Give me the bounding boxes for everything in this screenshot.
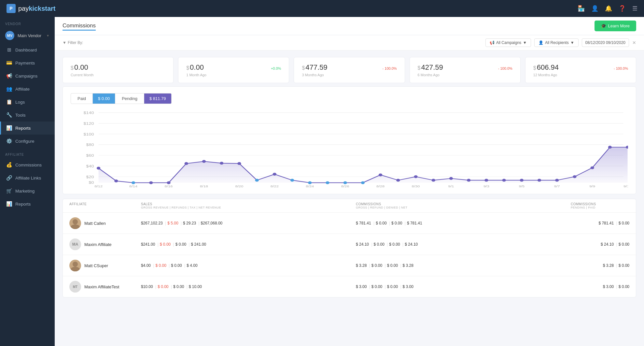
svg-point-44 bbox=[590, 166, 594, 169]
sidebar-item-payments[interactable]: 💳 Payments bbox=[0, 56, 55, 69]
stat-amount-current: $0.00 bbox=[71, 63, 88, 72]
date-range[interactable]: 08/12/2020 09/10/2020 bbox=[582, 38, 629, 47]
svg-point-31 bbox=[361, 181, 365, 184]
pending-tab[interactable]: Pending bbox=[115, 93, 144, 104]
col-commissions: COMMISSIONS GROSS | REFUND | DENIED | NE… bbox=[356, 202, 571, 209]
svg-point-35 bbox=[432, 179, 435, 182]
commissions-icon: 💰 bbox=[6, 162, 12, 168]
logo-pay: paykickstart bbox=[18, 5, 56, 12]
svg-text:8/20: 8/20 bbox=[235, 184, 243, 187]
stat-card-1month: $0.00 +0.0% 1 Month Ago bbox=[178, 57, 289, 83]
marketing-icon: 🛒 bbox=[6, 188, 12, 194]
tools-icon: 🔧 bbox=[6, 112, 12, 118]
nav-icons: 🏪 👤 🔔 ❓ ☰ bbox=[578, 5, 637, 12]
vendor-name: Main Vendor bbox=[18, 33, 43, 38]
svg-point-18 bbox=[132, 181, 135, 184]
page-title: Commissions bbox=[63, 22, 96, 31]
payments-icon: 💳 bbox=[6, 60, 12, 66]
affiliate-links-icon: 🔗 bbox=[6, 175, 12, 181]
svg-text:$0: $0 bbox=[89, 181, 94, 185]
help-icon[interactable]: ❓ bbox=[619, 5, 626, 12]
svg-text:$60: $60 bbox=[86, 154, 94, 158]
stat-change-3months: - 100.0% bbox=[383, 66, 397, 70]
sidebar-item-affiliate[interactable]: 👥 Affiliate bbox=[0, 82, 55, 95]
svg-point-21 bbox=[185, 162, 188, 165]
sidebar-item-marketing[interactable]: 🛒 Marketing bbox=[0, 184, 55, 197]
stat-change-1month: +0.0% bbox=[271, 66, 281, 70]
main-content: Commissions 🎓 Learn More ▼ Filter By: 📢 … bbox=[55, 17, 644, 346]
affiliate-cell-maxim-affiliatetest: MT Maxim AffiliateTest bbox=[69, 281, 141, 293]
svg-point-27 bbox=[290, 179, 294, 182]
col-sales: SALES GROSS REVENUE | REFUNDS | TAX | NE… bbox=[141, 202, 356, 209]
top-nav: P paykickstart 🏪 👤 🔔 ❓ ☰ bbox=[0, 0, 644, 17]
svg-text:$80: $80 bbox=[86, 143, 94, 147]
svg-text:9/1: 9/1 bbox=[448, 184, 454, 187]
table-row: Matt Callen $267,102.23 |$ 5.00 |$ 29.23… bbox=[63, 213, 636, 234]
affiliate-name-matt-callen: Matt Callen bbox=[84, 221, 106, 226]
svg-text:9/3: 9/3 bbox=[483, 184, 489, 187]
svg-text:8/16: 8/16 bbox=[165, 184, 173, 187]
filter-bar-right: 📢 All Campaigns ▼ 👤 All Recipients ▼ 08/… bbox=[485, 38, 636, 47]
svg-text:8/30: 8/30 bbox=[412, 184, 420, 187]
affiliate-cell-matt-csuper: Matt CSuper bbox=[69, 260, 141, 271]
stat-change-12months: - 100.0% bbox=[614, 66, 628, 70]
svg-point-64 bbox=[71, 224, 80, 229]
vendor-item[interactable]: MV Main Vendor ▼ bbox=[0, 28, 55, 43]
sidebar-item-affiliate-reports[interactable]: 📊 Reports bbox=[0, 197, 55, 210]
svg-point-20 bbox=[167, 181, 170, 184]
svg-point-38 bbox=[484, 179, 488, 182]
sidebar-item-tools[interactable]: 🔧 Tools bbox=[0, 108, 55, 122]
paid-value[interactable]: $ 0.00 bbox=[93, 93, 115, 104]
stat-change-6months: - 100.0% bbox=[498, 66, 512, 70]
col-affiliate: AFFILIATE bbox=[69, 202, 141, 209]
chart-tabs: Paid $ 0.00 Pending $ 811.79 bbox=[71, 93, 628, 104]
megaphone-icon: 📢 bbox=[490, 40, 495, 45]
sidebar-item-logs[interactable]: 📋 Logs bbox=[0, 95, 55, 108]
sidebar-item-dashboard[interactable]: ⊞ Dashboard bbox=[0, 43, 55, 56]
stat-label-current: Current Month bbox=[71, 73, 165, 77]
paid-tab[interactable]: Paid bbox=[71, 93, 93, 104]
campaigns-filter-btn[interactable]: 📢 All Campaigns ▼ bbox=[485, 38, 531, 47]
svg-point-66 bbox=[71, 267, 80, 271]
stat-label-12months: 12 Months Ago bbox=[533, 73, 628, 77]
bell-icon[interactable]: 🔔 bbox=[605, 5, 612, 12]
reports-icon: 📊 bbox=[6, 125, 12, 131]
close-filter-btn[interactable]: ✕ bbox=[632, 40, 636, 45]
sidebar-item-campaigns[interactable]: 📢 Campaigns bbox=[0, 69, 55, 82]
svg-point-45 bbox=[608, 146, 612, 149]
svg-text:8/24: 8/24 bbox=[306, 184, 314, 187]
commissions-pending-maxim-affiliatetest: $ 3.00 |$ 0.00 bbox=[571, 284, 629, 289]
commissions-maxim-affiliate: $ 24.10 |$ 0.00 |$ 0.00 |$ 24.10 bbox=[356, 242, 571, 247]
svg-point-65 bbox=[73, 262, 78, 267]
svg-point-16 bbox=[97, 167, 100, 170]
table-row: Matt CSuper $4.00 |$ 0.00 |$ 0.00 |$ 4.0… bbox=[63, 255, 636, 276]
sales-maxim-affiliatetest: $10.00 |$ 0.00 |$ 0.00 |$ 10.00 bbox=[141, 284, 356, 289]
affiliate-cell-maxim-affiliate: MA Maxim Affiliate bbox=[69, 238, 141, 250]
svg-text:8/14: 8/14 bbox=[129, 184, 138, 187]
affiliates-table: AFFILIATE SALES GROSS REVENUE | REFUNDS … bbox=[63, 199, 636, 297]
sidebar-item-affiliate-links[interactable]: 🔗 Affiliate Links bbox=[0, 171, 55, 184]
menu-icon[interactable]: ☰ bbox=[632, 5, 637, 12]
svg-point-23 bbox=[220, 162, 223, 165]
svg-text:8/18: 8/18 bbox=[200, 184, 208, 187]
svg-point-42 bbox=[555, 179, 559, 182]
sidebar-item-commissions[interactable]: 💰 Commissions bbox=[0, 158, 55, 171]
sales-matt-callen: $267,102.23 |$ 5.00 |$ 29.23 |$267,068.0… bbox=[141, 221, 356, 225]
chart-section: Paid $ 0.00 Pending $ 811.79 bbox=[63, 86, 636, 194]
svg-point-40 bbox=[520, 179, 524, 182]
learn-more-button[interactable]: 🎓 Learn More bbox=[595, 21, 636, 31]
svg-point-22 bbox=[202, 160, 206, 163]
learn-more-icon: 🎓 bbox=[601, 23, 606, 28]
svg-text:9/5: 9/5 bbox=[519, 184, 525, 187]
sidebar-item-reports[interactable]: 📊 Reports bbox=[0, 122, 55, 135]
sidebar-item-configure[interactable]: ⚙️ Configure bbox=[0, 135, 55, 148]
svg-text:9/7: 9/7 bbox=[554, 184, 560, 187]
stat-amount-3months: $477.59 bbox=[302, 63, 327, 72]
store-icon[interactable]: 🏪 bbox=[578, 5, 585, 12]
stat-amount-6months: $427.59 bbox=[418, 63, 443, 72]
svg-text:$100: $100 bbox=[84, 132, 94, 136]
user-icon[interactable]: 👤 bbox=[591, 5, 598, 12]
recipients-filter-btn[interactable]: 👤 All Recipients ▼ bbox=[534, 38, 579, 47]
svg-point-29 bbox=[326, 181, 329, 184]
pending-value[interactable]: $ 811.79 bbox=[144, 93, 172, 104]
